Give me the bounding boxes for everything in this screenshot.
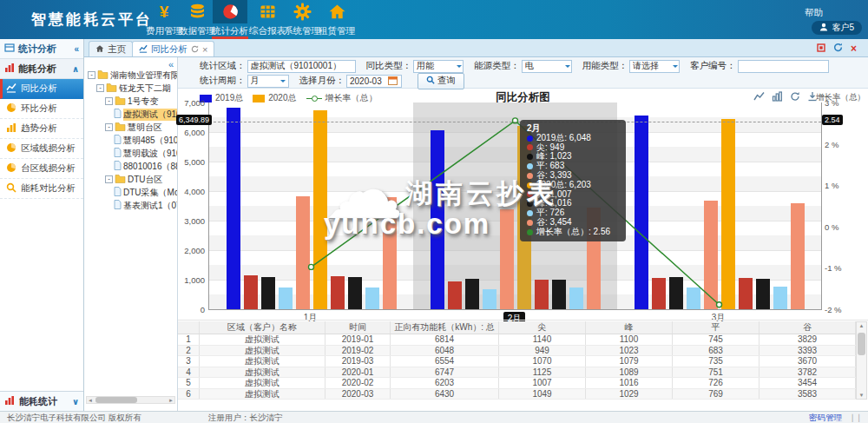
table-header-cell: 峰 bbox=[586, 321, 673, 334]
filter-select-2[interactable] bbox=[413, 60, 464, 73]
help-link[interactable]: 帮助 bbox=[805, 7, 823, 19]
filter-select-4[interactable] bbox=[629, 60, 680, 73]
table-row[interactable]: 4虚拟测试2020-016747112510897513782 bbox=[178, 367, 856, 379]
yen-icon[interactable]: ¥ bbox=[147, 0, 181, 23]
chart-toolbar bbox=[753, 91, 818, 103]
scroll-up-icon[interactable]: ▲ bbox=[857, 323, 866, 328]
filter-input-1[interactable] bbox=[247, 60, 356, 73]
tab-close-icon[interactable]: × bbox=[202, 44, 207, 55]
copyright-text: 长沙清宁电子科技有限公司 版权所有 bbox=[7, 413, 141, 423]
scrollbar-thumb[interactable] bbox=[95, 397, 137, 403]
right-axis-tick: 0 % bbox=[825, 222, 838, 232]
sidebar-item-台区线损分析[interactable]: 台区线损分析 bbox=[0, 159, 83, 179]
table-cell: 1 bbox=[178, 334, 200, 345]
gear-icon[interactable] bbox=[285, 0, 319, 23]
filter-label-3: 能源类型： bbox=[474, 60, 520, 72]
database-icon[interactable] bbox=[180, 0, 214, 23]
tab-同比分析[interactable]: 同比分析× bbox=[132, 41, 214, 56]
tab-refresh-icon[interactable] bbox=[191, 44, 199, 55]
tree-node[interactable]: -钰龙天下二期 bbox=[86, 82, 177, 95]
filter-select-3[interactable] bbox=[522, 60, 572, 73]
pie-chart-icon[interactable] bbox=[213, 0, 247, 23]
table-row[interactable]: 6虚拟测试2020-036430104910297693583 bbox=[178, 389, 856, 400]
filter-bar: 统计区域：同比类型：能源类型：用能类型：客户编号： 统计周期： 选择月份： 查询 bbox=[178, 57, 868, 89]
restore-icon[interactable] bbox=[817, 43, 825, 54]
scrollbar-thumb[interactable] bbox=[858, 333, 865, 355]
sidebar-panel-header[interactable]: 统计分析 « bbox=[0, 39, 83, 59]
collapse-left-icon[interactable]: « bbox=[74, 44, 79, 54]
tree-toggle-icon[interactable]: - bbox=[88, 71, 95, 79]
tree-toggle-icon[interactable]: - bbox=[105, 97, 113, 105]
tree-node[interactable]: -湖南物业管理有限公司 bbox=[86, 69, 177, 82]
table-cell: 2 bbox=[178, 346, 200, 356]
chevron-up-icon[interactable]: ∧ bbox=[72, 64, 79, 74]
table-row[interactable]: 2虚拟测试2019-02604894910236833393 bbox=[178, 346, 856, 357]
table-vertical-scrollbar[interactable]: ▲ ▼ bbox=[856, 321, 867, 400]
chevron-down-icon bbox=[280, 80, 286, 85]
table-cell: 4 bbox=[178, 367, 200, 378]
chevron-down-icon bbox=[457, 65, 462, 70]
sidebar-item-趋势分析[interactable]: 趋势分析 bbox=[0, 119, 83, 139]
sidebar-item-同比分析[interactable]: 同比分析 bbox=[0, 79, 83, 99]
footer-link[interactable]: 密码管理 bbox=[809, 413, 842, 423]
tree-node[interactable]: -慧明台区 bbox=[86, 121, 177, 134]
tab-bar: 主页同比分析×× bbox=[84, 39, 868, 57]
tree-toggle-icon[interactable]: - bbox=[96, 84, 104, 92]
table-cell: 3 bbox=[178, 356, 200, 367]
table-header-cell: 正向有功能耗（kWh）: 总 bbox=[391, 321, 499, 334]
right-axis-tick: -1 % bbox=[825, 263, 842, 273]
refresh-icon[interactable] bbox=[833, 43, 843, 54]
table-cell: 1140 bbox=[499, 334, 586, 345]
tool-refresh-icon[interactable] bbox=[790, 91, 800, 103]
scroll-right-icon[interactable]: ► bbox=[168, 397, 174, 404]
period-select[interactable] bbox=[247, 75, 289, 88]
table-row[interactable]: 5虚拟测试2020-026203100710167263454 bbox=[178, 378, 856, 389]
tree-horizontal-scrollbar[interactable]: ◄ ► bbox=[86, 396, 175, 404]
sidebar-item-区域线损分析[interactable]: 区域线损分析 bbox=[0, 139, 83, 159]
sidebar-item-能耗对比分析[interactable]: 能耗对比分析 bbox=[0, 179, 83, 199]
table-cell: 3583 bbox=[760, 389, 856, 400]
table-cell: 6430 bbox=[391, 389, 499, 400]
filter-input-5[interactable] bbox=[738, 60, 829, 73]
query-button[interactable]: 查询 bbox=[418, 73, 464, 89]
tree-node[interactable]: 虚拟测试（91010001） bbox=[86, 108, 177, 121]
pie-icon bbox=[6, 142, 16, 155]
table-cell: 3670 bbox=[760, 356, 856, 367]
tool-line-icon[interactable] bbox=[753, 91, 765, 103]
close-icon[interactable]: × bbox=[851, 43, 857, 54]
calendar-icon[interactable] bbox=[388, 76, 398, 87]
sidebar-section-header[interactable]: 能耗分析 ∧ bbox=[0, 59, 83, 79]
tree-node[interactable]: 88010016（8801） bbox=[86, 160, 177, 173]
table-header-cell: 区域（客户）名称 bbox=[200, 321, 326, 334]
table-cell: 949 bbox=[499, 346, 586, 356]
tree-node[interactable]: -1号专变 bbox=[86, 95, 177, 108]
table-row[interactable]: 1虚拟测试2019-016814114011007453829 bbox=[178, 334, 856, 346]
tool-bar-icon[interactable] bbox=[772, 91, 783, 103]
month-input[interactable] bbox=[346, 75, 402, 88]
home-icon[interactable] bbox=[319, 0, 354, 23]
status-bar: 长沙清宁电子科技有限公司 版权所有 注册用户：长沙清宁 密码管理 ∣ ∣ bbox=[0, 411, 868, 423]
scroll-left-icon[interactable]: ◄ bbox=[88, 397, 93, 404]
y-axis-tick: 0 bbox=[178, 305, 205, 314]
table-cell: 3393 bbox=[760, 346, 856, 356]
table-row[interactable]: 3虚拟测试2019-036554107010797353670 bbox=[178, 356, 856, 367]
tree-node[interactable]: 基表测试1（07） bbox=[86, 199, 177, 212]
nav-item-6[interactable]: 租赁管理 bbox=[311, 25, 363, 38]
app-title: 智慧能耗云平台 bbox=[31, 10, 153, 30]
user-menu-button[interactable]: 客户5 bbox=[812, 21, 862, 35]
sidebar-item-环比分析[interactable]: 环比分析 bbox=[0, 99, 83, 119]
tree-node[interactable]: 慧明485（91010003） bbox=[86, 134, 177, 147]
sidebar-item-energy-statistics[interactable]: 能耗统计 ∨ bbox=[0, 391, 83, 411]
table-cell: 1079 bbox=[586, 356, 673, 367]
tab-主页[interactable]: 主页 bbox=[89, 41, 133, 56]
tree-toggle-icon[interactable]: - bbox=[105, 175, 113, 183]
tree-node[interactable]: -DTU台区 bbox=[86, 173, 177, 186]
file-icon bbox=[114, 135, 122, 146]
chevron-down-icon[interactable]: ∨ bbox=[72, 397, 79, 406]
tree-node[interactable]: 慧明载波（91010004） bbox=[86, 147, 177, 160]
report-table-icon[interactable] bbox=[250, 0, 285, 23]
tree-toggle-icon[interactable]: - bbox=[105, 123, 113, 131]
home-tab-icon bbox=[95, 44, 104, 55]
tree-node[interactable]: DTU采集（Modbus_D bbox=[86, 186, 177, 199]
scroll-down-icon[interactable]: ▼ bbox=[857, 393, 866, 398]
